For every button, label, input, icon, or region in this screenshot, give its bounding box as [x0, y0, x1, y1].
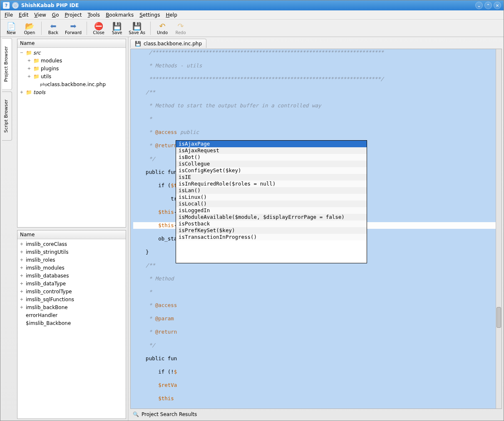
autocomplete-item[interactable]: isIE [176, 174, 367, 181]
script-item[interactable]: +imslib_databases [18, 272, 125, 280]
save-button[interactable]: 💾 Save [109, 20, 125, 36]
tree-item-modules[interactable]: + 📁 modules [18, 57, 125, 64]
script-tree[interactable]: +imslib_coreClass+imslib_stringUtils+ims… [17, 239, 126, 419]
menu-edit[interactable]: Edit [19, 12, 28, 18]
undo-icon: ↶ [158, 21, 167, 30]
autocomplete-item[interactable]: isBot() [176, 154, 367, 161]
tree-item-src[interactable]: − 📁 src [18, 49, 125, 57]
folder-icon: 📁 [33, 58, 39, 64]
redo-icon: ↷ [176, 21, 185, 30]
autocomplete-item[interactable]: isLan() [176, 187, 367, 194]
scrollbar-thumb[interactable] [497, 307, 501, 328]
script-item[interactable]: +imslib_coreClass [18, 240, 125, 248]
save-as-icon: 💾 [132, 21, 142, 30]
expand-icon[interactable]: + [19, 250, 24, 254]
script-panel-header[interactable]: Name [17, 230, 126, 239]
script-item-label: imslib_coreClass [26, 241, 67, 247]
script-item[interactable]: +imslib_controlType [18, 287, 125, 295]
back-button[interactable]: ⬅ Back [45, 20, 62, 36]
autocomplete-item[interactable]: isPrefKeySet($key) [176, 227, 367, 234]
menu-view[interactable]: View [34, 12, 46, 18]
left-column: Name − 📁 src + 📁 modules [0, 37, 129, 421]
tab-label: class.backbone.inc.php [144, 41, 202, 47]
toolbar: 📄 New 📂 Open ⬅ Back ➡ Forward ⛔ Close 💾 … [0, 20, 504, 37]
tree-item-backbone[interactable]: php class.backbone.inc.php [18, 80, 125, 88]
tree-item-utils[interactable]: + 📁 utils [18, 72, 125, 80]
script-browser-tab[interactable]: Script Browser [2, 92, 12, 141]
save-icon: 💾 [135, 41, 141, 47]
new-button[interactable]: 📄 New [3, 20, 20, 36]
expand-icon[interactable]: + [19, 265, 24, 270]
script-item[interactable]: $imslib_Backbone [18, 319, 125, 327]
menubar: File Edit View Go Project Tools Bookmark… [0, 10, 504, 20]
script-item-label: imslib_databases [26, 273, 69, 279]
tree-item-tools[interactable]: + 📁 tools [18, 88, 125, 96]
autocomplete-item[interactable]: isModuleAvailable($module, $displayError… [176, 214, 367, 220]
binoculars-icon[interactable]: 🔍 [133, 411, 139, 417]
expand-icon[interactable]: + [19, 90, 24, 94]
expand-icon[interactable]: + [19, 289, 24, 294]
maximize-button[interactable]: ⌃ [484, 2, 492, 9]
script-item[interactable]: +imslib_backBone [18, 303, 125, 311]
close-icon: ⛔ [94, 21, 103, 30]
expand-icon[interactable]: + [19, 281, 24, 286]
script-item[interactable]: errorHandler [18, 311, 125, 319]
help-icon[interactable]: ? [3, 2, 10, 9]
close-window-button[interactable]: ✕ [494, 2, 501, 9]
open-button[interactable]: 📂 Open [21, 20, 38, 36]
menu-settings[interactable]: Settings [139, 12, 160, 18]
close-button[interactable]: ⛔ Close [90, 20, 107, 36]
project-browser-tab[interactable]: Project Browser [2, 38, 12, 90]
menu-go[interactable]: Go [52, 12, 59, 18]
menu-tools[interactable]: Tools [88, 12, 100, 18]
script-item[interactable]: +imslib_sqlFunctions [18, 295, 125, 303]
autocomplete-item[interactable]: isPostback [176, 220, 367, 227]
autocomplete-item[interactable]: isCollegue [176, 161, 367, 167]
project-tree[interactable]: − 📁 src + 📁 modules + 📁 plugins [17, 48, 126, 227]
titlebar[interactable]: ? ◯ ShishKabab PHP IDE ⌄ ⌃ ✕ [0, 0, 504, 10]
script-item-label: imslib_roles [26, 257, 55, 263]
autocomplete-item[interactable]: isTransactionInProgress() [176, 234, 367, 240]
editor-tab[interactable]: 💾 class.backbone.inc.php [130, 39, 206, 48]
forward-button[interactable]: ➡ Forward [63, 20, 83, 36]
project-search-results[interactable]: Project Search Results [142, 411, 197, 417]
minimize-button[interactable]: ⌄ [475, 2, 483, 9]
menu-file[interactable]: File [5, 12, 13, 18]
autocomplete-item[interactable]: isAjaxRequest [176, 147, 367, 154]
script-item[interactable]: +imslib_roles [18, 256, 125, 264]
autocomplete-item[interactable]: isLoggedIn [176, 207, 367, 214]
expand-icon[interactable]: + [27, 58, 32, 63]
script-item[interactable]: +imslib_dataType [18, 280, 125, 287]
expand-icon[interactable]: + [27, 74, 32, 79]
undo-button[interactable]: ↶ Undo [154, 20, 171, 36]
autocomplete-item[interactable]: isAjaxPage [176, 141, 367, 147]
save-icon: 💾 [112, 21, 122, 30]
expand-icon[interactable]: + [19, 305, 24, 310]
tree-item-plugins[interactable]: + 📁 plugins [18, 64, 125, 72]
script-panel: Name +imslib_coreClass+imslib_stringUtil… [17, 230, 126, 419]
autocomplete-popup[interactable]: isAjaxPageisAjaxRequestisBot()isCollegue… [176, 140, 367, 263]
expand-icon[interactable]: + [19, 242, 24, 246]
script-item[interactable]: +imslib_stringUtils [18, 248, 125, 256]
project-panel-header[interactable]: Name [17, 39, 126, 48]
expand-icon[interactable]: + [19, 297, 24, 302]
expand-icon[interactable]: + [19, 258, 24, 262]
script-item[interactable]: +imslib_modules [18, 264, 125, 272]
open-icon: 📂 [25, 21, 34, 30]
expand-icon[interactable]: + [19, 273, 24, 278]
folder-icon: 📁 [26, 50, 32, 56]
collapse-icon[interactable]: − [19, 50, 24, 55]
menu-project[interactable]: Project [65, 12, 82, 18]
autocomplete-item[interactable]: isLinux() [176, 194, 367, 201]
autocomplete-item[interactable]: isInRequiredRole($roles = null) [176, 181, 367, 187]
save-as-button[interactable]: 💾 Save As [127, 20, 147, 36]
redo-button[interactable]: ↷ Redo [172, 20, 189, 36]
menu-help[interactable]: Help [166, 12, 177, 18]
autocomplete-item[interactable]: isConfigKeySet($key) [176, 167, 367, 174]
menu-bookmarks[interactable]: Bookmarks [106, 12, 134, 18]
new-icon: 📄 [7, 21, 16, 30]
editor-scrollbar[interactable] [496, 49, 502, 409]
autocomplete-item[interactable]: isLocal() [176, 201, 367, 207]
script-item-label: $imslib_Backbone [26, 320, 71, 326]
expand-icon[interactable]: + [27, 66, 32, 71]
